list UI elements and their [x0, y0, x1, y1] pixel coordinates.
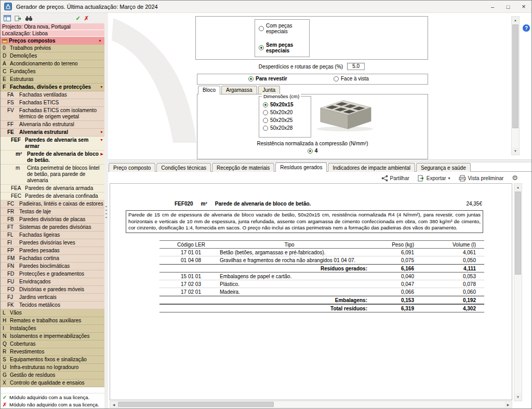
- scroll-thumb[interactable]: [118, 402, 274, 407]
- scroll-up-arrow[interactable]: ▲: [514, 184, 522, 191]
- scroll-right-arrow[interactable]: ▶: [504, 401, 512, 407]
- tree-item-ff[interactable]: FFAlvenaria não estrutural: [1, 121, 104, 129]
- tree-item-fn[interactable]: FNParedes bioclimáticas: [1, 263, 104, 270]
- close-button[interactable]: ×: [516, 1, 531, 12]
- dimensions-radio-option-2[interactable]: 50x20x20: [263, 110, 311, 115]
- location-row[interactable]: Localização: Lisboa: [1, 30, 104, 37]
- tree-item-g[interactable]: GGestão de resíduos: [1, 372, 104, 379]
- detail-tab-3[interactable]: Recepção de materiais: [212, 163, 274, 172]
- material-tab-1[interactable]: Bloco: [198, 86, 220, 94]
- tree-item-r[interactable]: RRevestimentos: [1, 348, 104, 356]
- sidebar-legend: ✓Módulo adquirido com a sua licença.✗Mód…: [1, 393, 104, 408]
- detail-tab-2[interactable]: Condições técnicas: [156, 163, 211, 172]
- tree-item-fea[interactable]: FEAParedes de alvenaria armada: [1, 185, 104, 193]
- tree-item-a[interactable]: AAcondicionamento do terreno: [1, 60, 104, 68]
- tree-item-code: FEC: [11, 193, 25, 199]
- tree-item-0[interactable]: 0Trabalhos prévios: [1, 45, 104, 52]
- item-unit: m²: [201, 201, 207, 207]
- maximize-button[interactable]: □: [500, 1, 516, 12]
- tree-item-f[interactable]: FFachadas, divisões e protecções▼: [1, 84, 104, 91]
- cancel-icon[interactable]: ✗: [84, 16, 89, 21]
- tree-root[interactable]: Preços compostos ▼: [1, 37, 104, 45]
- tree-item-x[interactable]: XControlo de qualidade e ensaios: [1, 379, 104, 387]
- tree-item-label: Revestimentos: [10, 349, 104, 355]
- radio-icon: [263, 126, 268, 131]
- tree-item-fs[interactable]: FSFachadas ETICS: [1, 99, 104, 107]
- dimensions-radio-option-4[interactable]: 50x20x28: [263, 125, 311, 131]
- minimize-button[interactable]: –: [485, 1, 500, 12]
- tree-item-code: FP: [7, 248, 19, 254]
- tree-item-fef[interactable]: FEFParedes de alvenaria sem armar▼: [1, 137, 104, 151]
- tree-item-ft[interactable]: FTSistemas de paredes divisórias: [1, 224, 104, 231]
- pieces-radio-option-1[interactable]: Com peças especiais: [259, 23, 309, 34]
- tree-item-fa[interactable]: FAFachadas ventiladas: [1, 91, 104, 99]
- tree-item-fv[interactable]: FVFachadas ETICS com isolamento térmico …: [1, 107, 104, 121]
- panels-icon[interactable]: [4, 15, 11, 21]
- tree-item-fb[interactable]: FBParedes divisórias de placas: [1, 216, 104, 224]
- scroll-thumb[interactable]: [512, 24, 518, 128]
- tree-item-n[interactable]: NIsolamentos e impermeabilizações: [1, 333, 104, 340]
- tree-item-u[interactable]: UInfra-estruturas no logradouro: [1, 364, 104, 372]
- print-button[interactable]: Vista preliminar: [459, 175, 504, 182]
- special-pieces-box: Com peças especiaisSem peças especiais: [195, 16, 428, 60]
- table-row: 17 02 03Plástico.0,0470,078: [159, 280, 484, 288]
- pieces-radio-option-2[interactable]: Sem peças especiais: [259, 42, 309, 53]
- scroll-thumb[interactable]: [515, 192, 521, 275]
- detail-tab-5[interactable]: Indicadores de impacte ambiental: [328, 163, 415, 172]
- table-header-cell: Peso (kg): [373, 242, 424, 248]
- tree-item-code: FD: [7, 271, 19, 277]
- tree-item-fe[interactable]: FEAlvenaria estrutural▼: [1, 129, 104, 137]
- tree-item-h[interactable]: HRemates e trabalhos auxiliares: [1, 317, 104, 325]
- tree-item-fr[interactable]: FRTestas de laje: [1, 208, 104, 216]
- tree-item-e[interactable]: EEstruturas: [1, 76, 104, 84]
- detail-tab-6[interactable]: Segurança e saúde: [416, 163, 471, 172]
- tree-item-q[interactable]: QCoberturas: [1, 340, 104, 348]
- material-tab-3[interactable]: Junta: [258, 86, 280, 94]
- project-row[interactable]: Projecto: Obra nova, Portugal: [1, 23, 104, 30]
- tree-item-fk[interactable]: FKTecidos metálicos: [1, 302, 104, 309]
- tree-item-fl[interactable]: FLFachadas ligeiras: [1, 231, 104, 239]
- tree-item-fc[interactable]: FCPadieiras, lintéis e caixas de estores: [1, 200, 104, 208]
- search-icon[interactable]: [25, 16, 33, 21]
- dimensions-radio-option-1[interactable]: 50x20x15: [263, 102, 311, 107]
- tree-item-fo[interactable]: FODivisórias e paredes móveis: [1, 286, 104, 294]
- tree-item-d[interactable]: DDemolições: [1, 52, 104, 60]
- share-button[interactable]: Partilhar: [381, 175, 409, 182]
- tree-item-label: Fachadas ETICS: [19, 100, 104, 106]
- material-tab-2[interactable]: Argamassa: [221, 86, 257, 94]
- resistance-radio-group: 4: [197, 148, 428, 154]
- resistance-radio-option-1[interactable]: 4: [308, 148, 318, 154]
- tree-item-fp[interactable]: FPParedes pesadas: [1, 247, 104, 255]
- tree-item-m[interactable]: mCinta perimetral de blocos lintel de be…: [1, 165, 104, 185]
- tree-item-fj[interactable]: FJJardins verticais: [1, 294, 104, 302]
- export-button[interactable]: Exportar▾: [418, 175, 450, 182]
- tree-item-s[interactable]: SEquipamentos fixos e sinalização: [1, 356, 104, 364]
- detail-tab-4[interactable]: Resíduos gerados: [275, 162, 327, 172]
- tree-item-fec[interactable]: FECParedes de alvenaria confinada: [1, 193, 104, 200]
- waste-input[interactable]: 5.0: [347, 63, 365, 70]
- dimensions-radio-option-3[interactable]: 50x20x25: [263, 117, 311, 123]
- tree-item-c[interactable]: CFundações: [1, 68, 104, 76]
- legend-item: ✗Módulo não adquirido com a sua licença.: [1, 401, 104, 408]
- detail-tab-1[interactable]: Preço composto: [109, 163, 155, 172]
- tree-item-fi[interactable]: FIParedes divisórias leves: [1, 239, 104, 247]
- finish-radio-option-2[interactable]: Face à vista: [334, 76, 369, 81]
- tree-item-fu[interactable]: FUEnvidraçados: [1, 278, 104, 286]
- scroll-up-arrow[interactable]: ▲: [512, 17, 519, 24]
- tree-item-fd[interactable]: FDProtecções e gradeamentos: [1, 270, 104, 278]
- vertical-splitter[interactable]: [104, 13, 108, 408]
- tree-item-fm[interactable]: FMFachadas cortina: [1, 255, 104, 263]
- import-icon[interactable]: [15, 15, 21, 21]
- tree-item-l[interactable]: LVãos: [1, 309, 104, 317]
- tree-item-m2[interactable]: m²Parede de alvenaria de bloco de betão.…: [1, 151, 104, 165]
- scroll-down-arrow[interactable]: ▼: [514, 393, 522, 401]
- scroll-left-arrow[interactable]: ◀: [110, 401, 117, 407]
- finish-radio-option-1[interactable]: Para revestir: [248, 76, 287, 81]
- tree-item-i[interactable]: IInstalações: [1, 325, 104, 333]
- help-icon[interactable]: ?: [523, 24, 530, 32]
- scroll-down-arrow[interactable]: ▼: [512, 147, 519, 155]
- tree-item-code: FJ: [7, 294, 19, 301]
- cell-ler: 01 04 08: [159, 257, 206, 263]
- accept-icon[interactable]: ✓: [76, 16, 81, 21]
- sidebar: Projecto: Obra nova, Portugal Localizaçã…: [1, 23, 104, 408]
